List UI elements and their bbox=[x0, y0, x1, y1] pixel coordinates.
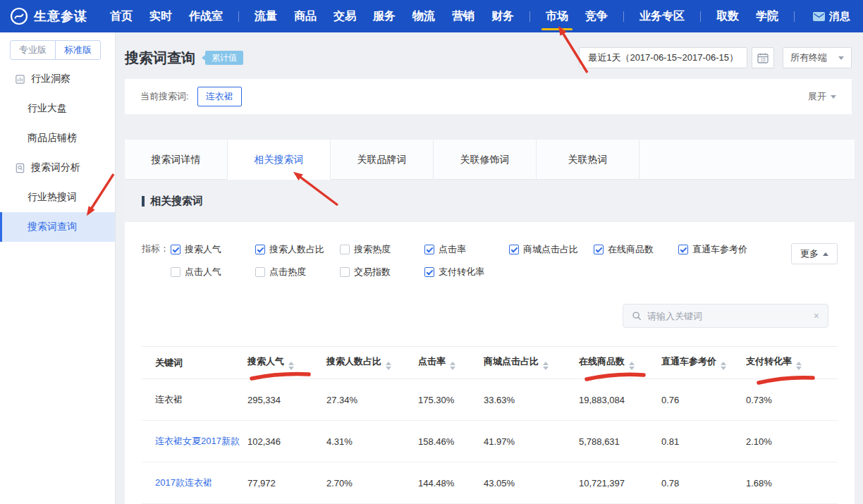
metric-ztc-price[interactable]: 直通车参考价 bbox=[678, 243, 763, 256]
nav-item-market[interactable]: 市场 bbox=[546, 0, 568, 32]
col-payment-conversion[interactable]: 支付转化率 bbox=[746, 347, 838, 379]
version-switch: 专业版 标准版 bbox=[10, 40, 101, 60]
metric-payment-conversion[interactable]: 支付转化率 bbox=[424, 266, 509, 278]
checkbox-unchecked-icon[interactable] bbox=[255, 267, 265, 277]
message-label: 消息 bbox=[829, 10, 850, 23]
nav-item-academy[interactable]: 学院 bbox=[756, 0, 778, 32]
metric-click-heat[interactable]: 点击热度 bbox=[255, 266, 340, 278]
col-online-products[interactable]: 在线商品数 bbox=[579, 347, 661, 379]
sort-icon[interactable] bbox=[796, 362, 802, 370]
date-range-selector[interactable]: 最近1天（2017-06-15~2017-06-15） bbox=[579, 47, 747, 68]
metric-searcher-ratio[interactable]: 搜索人数占比 bbox=[255, 243, 340, 256]
tab-modifier-words[interactable]: 关联修饰词 bbox=[434, 140, 537, 180]
col-searcher-ratio[interactable]: 搜索人数占比 bbox=[326, 347, 418, 379]
metric-search-heat[interactable]: 搜索热度 bbox=[340, 243, 424, 256]
nav-item-finance[interactable]: 财务 bbox=[491, 0, 514, 32]
related-keywords-table: 关键词 搜索人气 搜索人数占比 点击率 商城点击占比 在线商品数 直通车参考价 … bbox=[142, 346, 838, 504]
sort-icon[interactable] bbox=[721, 362, 726, 370]
sidebar: 专业版 标准版 行业洞察 行业大盘 商品店铺榜 搜索词分析 行业热搜词 搜索词查… bbox=[0, 32, 116, 504]
checkbox-checked-icon[interactable] bbox=[594, 245, 604, 254]
calendar-button[interactable]: 15 bbox=[752, 47, 774, 68]
search-input[interactable] bbox=[647, 311, 808, 321]
nav-item-realtime[interactable]: 实时 bbox=[149, 0, 172, 32]
sort-icon[interactable] bbox=[543, 362, 549, 370]
checkbox-checked-icon[interactable] bbox=[509, 245, 519, 254]
value-cell: 158.46% bbox=[418, 421, 484, 462]
sort-icon[interactable] bbox=[386, 362, 391, 370]
col-click-rate[interactable]: 点击率 bbox=[418, 347, 484, 379]
industry-insight-icon bbox=[15, 74, 25, 85]
nav-item-traffic[interactable]: 流量 bbox=[255, 0, 277, 32]
checkbox-checked-icon[interactable] bbox=[678, 245, 688, 254]
col-ztc-price[interactable]: 直通车参考价 bbox=[661, 347, 746, 379]
nav-item-home[interactable]: 首页 bbox=[110, 0, 133, 32]
checkbox-checked-icon[interactable] bbox=[255, 245, 265, 254]
sidebar-item-industry-insight[interactable]: 行业洞察 bbox=[0, 64, 115, 94]
terminal-filter-select[interactable]: 所有终端 bbox=[783, 47, 852, 68]
nav-item-data-fetch[interactable]: 取数 bbox=[716, 0, 739, 32]
value-cell: 77,972 bbox=[247, 462, 326, 504]
current-keyword-chip[interactable]: 连衣裙 bbox=[197, 87, 242, 106]
metric-online-products[interactable]: 在线商品数 bbox=[594, 243, 678, 256]
nav-item-logistics[interactable]: 物流 bbox=[412, 0, 435, 32]
sidebar-item-industry-hot-words[interactable]: 行业热搜词 bbox=[0, 183, 115, 212]
checkbox-unchecked-icon[interactable] bbox=[340, 245, 350, 254]
tab-keyword-detail[interactable]: 搜索词详情 bbox=[125, 140, 228, 180]
value-cell: 33.63% bbox=[484, 379, 579, 421]
cumulative-badge: 累计值 bbox=[205, 51, 243, 65]
nav-item-competition[interactable]: 竞争 bbox=[585, 0, 608, 32]
metric-trade-index[interactable]: 交易指数 bbox=[340, 266, 424, 278]
keyword-link[interactable]: 2017款连衣裙 bbox=[155, 477, 212, 488]
nav-item-marketing[interactable]: 营销 bbox=[452, 0, 475, 32]
value-cell: 19,883,084 bbox=[579, 379, 661, 421]
nav-item-service[interactable]: 服务 bbox=[373, 0, 396, 32]
more-button[interactable]: 更多 bbox=[791, 243, 838, 264]
metrics-grid: 搜索人气 搜索人数占比 搜索热度 点击率 商城点击占比 在线商品数 直通车参考价… bbox=[171, 243, 763, 278]
version-tab-pro[interactable]: 专业版 bbox=[11, 41, 56, 59]
main-content: 搜索词查询 累计值 最近1天（2017-06-15~2017-06-15） 15… bbox=[116, 32, 863, 504]
sort-icon[interactable] bbox=[288, 362, 294, 370]
metric-search-popularity[interactable]: 搜索人气 bbox=[171, 243, 255, 256]
section-header: 相关搜索词 bbox=[125, 180, 855, 222]
value-cell: 102,346 bbox=[247, 421, 326, 462]
sidebar-item-product-shop-rank[interactable]: 商品店铺榜 bbox=[0, 123, 115, 153]
sort-icon[interactable] bbox=[450, 362, 455, 370]
sidebar-item-keyword-query[interactable]: 搜索词查询 bbox=[0, 212, 115, 242]
nav-item-trade[interactable]: 交易 bbox=[333, 0, 356, 32]
table-row: 连衣裙女夏2017新款 102,346 4.31% 158.46% 41.97%… bbox=[142, 421, 838, 462]
tab-brand-words[interactable]: 关联品牌词 bbox=[331, 140, 434, 180]
sidebar-item-label: 行业大盘 bbox=[27, 102, 67, 115]
value-cell: 2.70% bbox=[326, 462, 418, 504]
checkbox-checked-icon[interactable] bbox=[171, 245, 180, 254]
clear-search-icon[interactable]: × bbox=[814, 311, 819, 321]
nav-message[interactable]: 消息 bbox=[813, 10, 850, 23]
keyword-search-box[interactable]: × bbox=[623, 304, 828, 328]
value-cell: 0.81 bbox=[661, 421, 746, 462]
checkbox-checked-icon[interactable] bbox=[424, 245, 434, 254]
col-mall-click-ratio[interactable]: 商城点击占比 bbox=[484, 347, 579, 379]
version-tab-standard[interactable]: 标准版 bbox=[56, 41, 100, 59]
tab-bar-filler bbox=[639, 140, 855, 180]
table-header-row: 关键词 搜索人气 搜索人数占比 点击率 商城点击占比 在线商品数 直通车参考价 … bbox=[142, 347, 838, 379]
nav-item-business-zone[interactable]: 业务专区 bbox=[639, 0, 685, 32]
sidebar-item-keyword-analysis[interactable]: 搜索词分析 bbox=[0, 153, 115, 183]
metric-mall-click-ratio[interactable]: 商城点击占比 bbox=[509, 243, 594, 256]
nav-item-warroom[interactable]: 作战室 bbox=[189, 0, 223, 32]
sort-icon[interactable] bbox=[629, 362, 635, 370]
nav-item-product[interactable]: 商品 bbox=[294, 0, 317, 32]
checkbox-unchecked-icon[interactable] bbox=[171, 267, 180, 277]
value-cell: 4.31% bbox=[326, 421, 418, 462]
page-header: 搜索词查询 累计值 最近1天（2017-06-15~2017-06-15） 15… bbox=[116, 32, 863, 69]
checkbox-unchecked-icon[interactable] bbox=[340, 267, 350, 277]
expand-toggle[interactable]: 展开 bbox=[808, 90, 836, 103]
col-search-popularity[interactable]: 搜索人气 bbox=[247, 347, 326, 379]
sidebar-item-industry-board[interactable]: 行业大盘 bbox=[0, 94, 115, 123]
tab-related-keywords[interactable]: 相关搜索词 bbox=[228, 140, 331, 180]
tab-hot-words[interactable]: 关联热词 bbox=[537, 140, 639, 180]
more-button-label: 更多 bbox=[800, 247, 819, 260]
keyword-link[interactable]: 连衣裙女夏2017新款 bbox=[155, 436, 240, 446]
metric-click-popularity[interactable]: 点击人气 bbox=[171, 266, 255, 278]
checkbox-checked-icon[interactable] bbox=[424, 267, 434, 277]
app-logo[interactable]: 生意参谋 bbox=[10, 7, 87, 25]
metric-click-rate[interactable]: 点击率 bbox=[424, 243, 509, 256]
